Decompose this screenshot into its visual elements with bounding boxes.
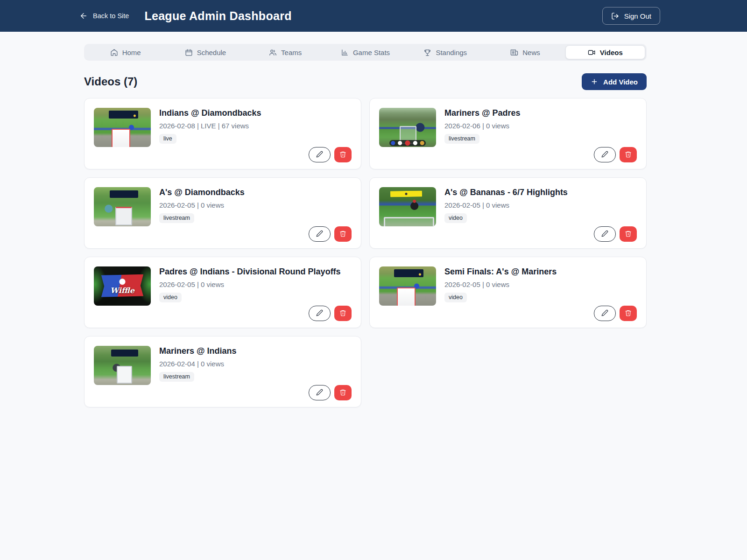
edit-video-button[interactable] bbox=[309, 226, 331, 242]
edit-video-button[interactable] bbox=[594, 147, 616, 162]
tab-label: Teams bbox=[281, 49, 302, 56]
arrow-left-icon bbox=[79, 12, 88, 20]
tab-standings[interactable]: Standings bbox=[405, 45, 485, 59]
delete-video-button[interactable] bbox=[334, 226, 352, 242]
pencil-icon bbox=[316, 151, 323, 159]
video-card: Padres @ Indians - Divisional Round Play… bbox=[84, 257, 361, 328]
edit-video-button[interactable] bbox=[309, 385, 331, 400]
video-meta: 2026-02-06 | 0 views bbox=[444, 122, 509, 130]
pencil-icon bbox=[316, 389, 323, 397]
app-header: Back to Site League Admin Dashboard Sign… bbox=[0, 0, 747, 32]
video-title: Padres @ Indians - Divisional Round Play… bbox=[159, 266, 341, 277]
video-type-badge: video bbox=[444, 293, 467, 303]
video-meta: 2026-02-05 | 0 views bbox=[444, 280, 509, 288]
video-title: A's @ Bananas - 6/7 Highlights bbox=[444, 187, 568, 198]
back-to-site-label: Back to Site bbox=[93, 12, 129, 20]
video-type-badge: video bbox=[159, 293, 182, 303]
video-title: Semi Finals: A's @ Mariners bbox=[444, 266, 557, 277]
video-meta: 2026-02-05 | 0 views bbox=[444, 201, 509, 209]
edit-video-button[interactable] bbox=[594, 226, 616, 242]
back-to-site-link[interactable]: Back to Site bbox=[79, 12, 129, 20]
tab-schedule[interactable]: Schedule bbox=[165, 45, 245, 59]
tab-game-stats[interactable]: Game Stats bbox=[325, 45, 405, 59]
delete-video-button[interactable] bbox=[620, 226, 637, 242]
video-card: A's @ Bananas - 6/7 Highlights 2026-02-0… bbox=[369, 177, 647, 249]
tab-label: Videos bbox=[600, 49, 623, 56]
pencil-icon bbox=[601, 151, 608, 159]
trash-icon bbox=[625, 309, 632, 318]
delete-video-button[interactable] bbox=[334, 306, 352, 321]
calendar-icon bbox=[185, 49, 193, 56]
add-video-button[interactable]: Add Video bbox=[582, 73, 647, 90]
video-thumbnail bbox=[94, 108, 151, 147]
video-card: A's @ Diamondbacks 2026-02-05 | 0 views … bbox=[84, 177, 361, 249]
sign-out-button[interactable]: Sign Out bbox=[602, 7, 660, 25]
edit-video-button[interactable] bbox=[309, 306, 331, 321]
video-title: Mariners @ Padres bbox=[444, 108, 521, 119]
edit-video-button[interactable] bbox=[594, 306, 616, 321]
edit-video-button[interactable] bbox=[309, 147, 331, 162]
video-title: Indians @ Diamondbacks bbox=[159, 108, 261, 119]
delete-video-button[interactable] bbox=[620, 306, 637, 321]
pencil-icon bbox=[601, 230, 608, 238]
trash-icon bbox=[625, 230, 632, 238]
bar-chart-icon bbox=[341, 49, 349, 56]
sign-out-label: Sign Out bbox=[624, 12, 651, 20]
trash-icon bbox=[625, 151, 632, 159]
delete-video-button[interactable] bbox=[334, 147, 352, 162]
video-type-badge: livestream bbox=[159, 213, 194, 224]
video-meta: 2026-02-08 | LIVE | 67 views bbox=[159, 122, 249, 130]
video-thumbnail bbox=[94, 187, 151, 226]
tab-label: Schedule bbox=[197, 49, 226, 56]
tab-home[interactable]: Home bbox=[85, 45, 165, 59]
delete-video-button[interactable] bbox=[620, 147, 637, 162]
video-thumbnail bbox=[379, 108, 436, 147]
tab-label: Game Stats bbox=[353, 49, 390, 56]
logout-icon bbox=[611, 12, 619, 20]
video-card: Indians @ Diamondbacks 2026-02-08 | LIVE… bbox=[84, 98, 361, 169]
video-camera-icon bbox=[588, 49, 596, 56]
trash-icon bbox=[339, 151, 346, 159]
pencil-icon bbox=[316, 230, 323, 238]
trash-icon bbox=[339, 230, 346, 238]
plus-icon bbox=[591, 78, 598, 85]
video-title: Mariners @ Indians bbox=[159, 346, 237, 357]
tab-news[interactable]: News bbox=[485, 45, 565, 59]
video-type-badge: livestream bbox=[444, 134, 479, 144]
pencil-icon bbox=[601, 309, 608, 318]
video-type-badge: video bbox=[444, 213, 467, 224]
video-thumbnail bbox=[379, 266, 436, 306]
video-meta: 2026-02-05 | 0 views bbox=[159, 280, 224, 288]
trash-icon bbox=[339, 389, 346, 397]
video-title: A's @ Diamondbacks bbox=[159, 187, 245, 198]
newspaper-icon bbox=[510, 49, 518, 56]
tab-teams[interactable]: Teams bbox=[246, 45, 325, 59]
delete-video-button[interactable] bbox=[334, 385, 352, 400]
video-card: Mariners @ Padres 2026-02-06 | 0 views l… bbox=[369, 98, 647, 169]
tab-label: News bbox=[522, 49, 540, 56]
video-type-badge: livestream bbox=[159, 372, 194, 382]
app-title: League Admin Dashboard bbox=[144, 9, 291, 23]
video-thumbnail bbox=[94, 346, 151, 385]
video-card: Mariners @ Indians 2026-02-04 | 0 views … bbox=[84, 336, 361, 407]
video-meta: 2026-02-04 | 0 views bbox=[159, 360, 224, 368]
video-thumbnail bbox=[94, 266, 151, 306]
pencil-icon bbox=[316, 309, 323, 318]
users-icon bbox=[269, 49, 277, 56]
tab-videos[interactable]: Videos bbox=[565, 45, 645, 59]
home-icon bbox=[110, 49, 118, 56]
tab-label: Standings bbox=[436, 49, 467, 56]
page-title: Videos (7) bbox=[84, 75, 137, 88]
video-thumbnail bbox=[379, 187, 436, 226]
video-card-grid: Indians @ Diamondbacks 2026-02-08 | LIVE… bbox=[84, 98, 647, 407]
video-type-badge: live bbox=[159, 134, 176, 144]
video-meta: 2026-02-05 | 0 views bbox=[159, 201, 224, 209]
trophy-icon bbox=[423, 49, 431, 56]
nav-tab-bar: Home Schedule Teams Game Stats Standings bbox=[84, 44, 647, 61]
video-card: Semi Finals: A's @ Mariners 2026-02-05 |… bbox=[369, 257, 647, 328]
tab-label: Home bbox=[122, 49, 141, 56]
trash-icon bbox=[339, 309, 346, 318]
add-video-label: Add Video bbox=[603, 78, 638, 86]
